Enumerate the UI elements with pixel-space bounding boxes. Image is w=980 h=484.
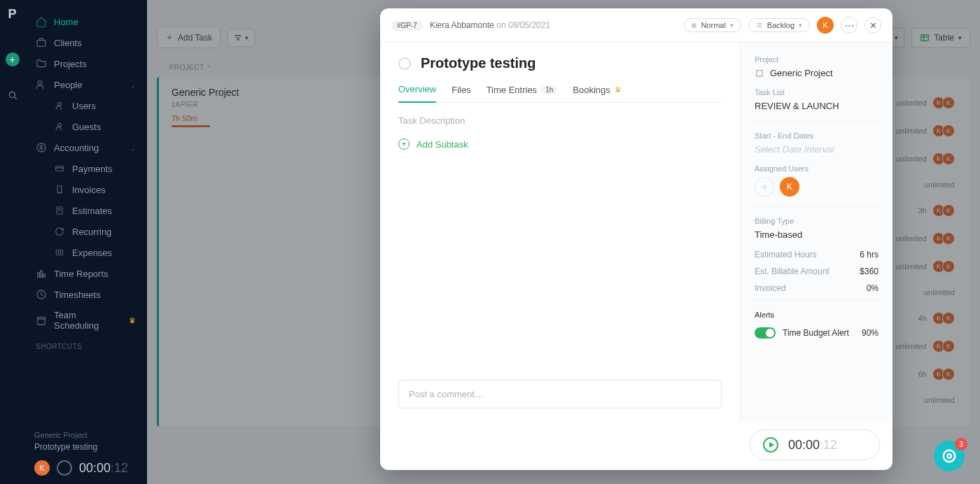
svg-point-32 xyxy=(947,454,951,458)
assigned-label: Assigned Users xyxy=(755,164,878,173)
invoiced-value: 0% xyxy=(867,283,878,293)
nav-invoices[interactable]: Invoices xyxy=(24,179,147,200)
alert-name: Time Budget Alert xyxy=(783,328,855,338)
home-icon xyxy=(36,16,47,27)
nav-expenses[interactable]: Expenses xyxy=(24,242,147,263)
footer-timer-icon[interactable] xyxy=(57,460,72,476)
project-label: Project xyxy=(755,55,878,64)
play-icon[interactable] xyxy=(763,437,778,453)
search-icon[interactable] xyxy=(8,90,18,102)
crown-icon: ♛ xyxy=(615,85,622,94)
svg-point-4 xyxy=(58,102,62,106)
guest-icon xyxy=(54,121,65,132)
task-id: #GP-7 xyxy=(391,20,423,31)
priority-select[interactable]: Normal▾ xyxy=(684,18,741,32)
chat-badge: 3 xyxy=(955,438,967,450)
shortcuts-header: SHORTCUTS xyxy=(24,336,147,357)
nav-clients[interactable]: Clients xyxy=(24,32,147,53)
tab-bookings[interactable]: Bookings♛ xyxy=(573,84,621,102)
nav-timesheets[interactable]: Timesheets xyxy=(24,284,147,305)
svg-rect-30 xyxy=(757,70,762,76)
status-select[interactable]: Backlog▾ xyxy=(748,18,810,32)
tab-time-entries[interactable]: Time Entries1h xyxy=(486,84,558,102)
svg-rect-15 xyxy=(41,271,43,277)
recurring-icon xyxy=(54,226,65,237)
accounting-icon xyxy=(36,142,47,153)
svg-rect-14 xyxy=(38,273,40,278)
task-assignee-avatar[interactable]: K xyxy=(817,17,834,34)
dates-value[interactable]: Select Date Interval xyxy=(755,144,878,155)
more-menu-button[interactable]: ⋯ xyxy=(841,17,858,34)
comment-input[interactable]: Post a comment… xyxy=(398,380,722,408)
folder-icon xyxy=(36,58,47,69)
svg-point-3 xyxy=(38,81,41,85)
expenses-icon xyxy=(54,247,65,258)
timer-value: 00:00:12 xyxy=(788,438,837,453)
tasklist-value[interactable]: REVIEW & LAUNCH xyxy=(755,101,878,111)
est-hours-label: Estimated Hours xyxy=(755,250,817,259)
close-button[interactable]: ✕ xyxy=(864,17,881,34)
nav-home[interactable]: Home xyxy=(24,11,147,32)
footer-task: Prototype testing xyxy=(34,442,137,452)
alert-value[interactable]: 90% xyxy=(862,328,878,338)
svg-point-13 xyxy=(58,251,61,254)
nav-estimates[interactable]: Estimates xyxy=(24,200,147,221)
est-hours-value[interactable]: 6 hrs xyxy=(860,250,878,259)
est-bill-label: Est. Billable Amount xyxy=(755,266,830,276)
task-timer[interactable]: 00:00:12 xyxy=(750,429,880,460)
complete-checkbox[interactable] xyxy=(398,57,411,70)
add-subtask-button[interactable]: +Add Subtask xyxy=(398,138,722,150)
footer-avatar[interactable]: K xyxy=(34,460,50,476)
task-modal: #GP-7 Kiera Abbamonte on 08/05/2021 Norm… xyxy=(380,8,892,470)
card-icon xyxy=(54,163,65,174)
app-logo: P xyxy=(8,7,16,22)
svg-point-5 xyxy=(58,123,62,127)
billing-value[interactable]: Time-based xyxy=(755,229,878,240)
calendar-icon xyxy=(36,315,47,326)
sidebar-footer: Generic Project Prototype testing K 00:0… xyxy=(24,422,147,484)
invoice-icon xyxy=(54,184,65,195)
project-value[interactable]: Generic Project xyxy=(755,68,878,78)
footer-project: Generic Project xyxy=(34,431,137,439)
nav-team-scheduling[interactable]: Team Scheduling♛ xyxy=(24,305,147,336)
nav-accounting[interactable]: Accounting⌃ xyxy=(24,137,147,158)
nav-time-reports[interactable]: Time Reports xyxy=(24,263,147,284)
reports-icon xyxy=(36,268,47,279)
svg-rect-7 xyxy=(56,166,64,171)
nav-guests[interactable]: Guests xyxy=(24,116,147,137)
svg-rect-18 xyxy=(38,317,46,325)
nav-projects[interactable]: Projects xyxy=(24,53,147,74)
tasklist-label: Task List xyxy=(755,88,878,97)
svg-rect-12 xyxy=(56,250,62,255)
svg-line-1 xyxy=(14,97,16,99)
estimate-icon xyxy=(54,205,65,216)
add-user-button[interactable]: + xyxy=(755,177,774,197)
dates-label: Start - End Dates xyxy=(755,131,878,140)
sidebar: Home Clients Projects People⌃ Users Gues… xyxy=(24,0,147,484)
briefcase-icon xyxy=(36,37,47,48)
invoiced-label: Invoiced xyxy=(755,283,786,293)
user-icon xyxy=(54,100,65,111)
task-description[interactable]: Task Description xyxy=(398,103,722,138)
assignee-avatar[interactable]: K xyxy=(780,177,799,197)
billing-label: Billing Type xyxy=(755,217,878,225)
task-title[interactable]: Prototype testing xyxy=(421,55,536,71)
tab-files[interactable]: Files xyxy=(451,84,470,102)
crown-icon: ♛ xyxy=(129,316,136,325)
alerts-label: Alerts xyxy=(755,311,878,319)
nav-people[interactable]: People⌃ xyxy=(24,74,147,95)
task-author: Kiera Abbamonte on 08/05/2021 xyxy=(430,20,550,30)
chat-fab[interactable]: 3 xyxy=(934,441,965,471)
nav-payments[interactable]: Payments xyxy=(24,158,147,179)
svg-rect-2 xyxy=(37,41,46,47)
svg-rect-16 xyxy=(43,274,46,278)
clock-icon xyxy=(36,289,47,300)
nav-users[interactable]: Users xyxy=(24,95,147,116)
alert-toggle[interactable] xyxy=(755,327,776,339)
tab-overview[interactable]: Overview xyxy=(398,84,436,103)
users-icon xyxy=(36,79,47,90)
footer-timer: 00:00:12 xyxy=(79,461,128,476)
est-bill-value: $360 xyxy=(860,266,878,276)
add-button[interactable]: + xyxy=(6,52,20,66)
nav-recurring[interactable]: Recurring xyxy=(24,221,147,242)
